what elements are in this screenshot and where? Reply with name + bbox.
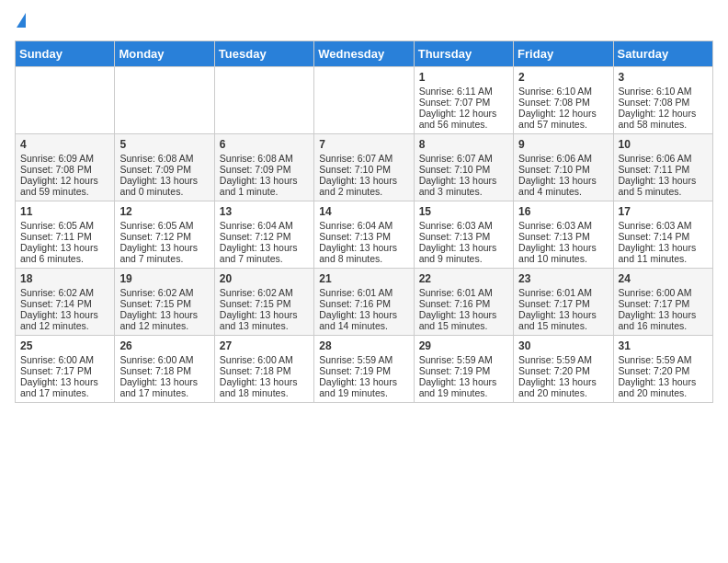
weekday-header-wednesday: Wednesday [314, 41, 414, 67]
calendar-cell: 27Sunrise: 6:00 AMSunset: 7:18 PMDayligh… [214, 336, 313, 403]
cell-info: and 7 minutes. [119, 253, 209, 264]
cell-info: Daylight: 12 hours [20, 175, 109, 186]
calendar-cell: 3Sunrise: 6:10 AMSunset: 7:08 PMDaylight… [613, 67, 712, 134]
calendar-cell: 16Sunrise: 6:03 AMSunset: 7:13 PMDayligh… [514, 201, 613, 269]
day-number: 24 [619, 272, 708, 285]
cell-info: Sunrise: 6:02 AM [119, 287, 209, 298]
day-number: 16 [518, 205, 608, 218]
cell-info: Sunset: 7:11 PM [20, 231, 109, 242]
cell-info: Sunrise: 6:05 AM [20, 220, 109, 231]
calendar-cell: 30Sunrise: 5:59 AMSunset: 7:20 PMDayligh… [514, 336, 613, 403]
cell-info: Sunrise: 6:00 AM [619, 287, 708, 298]
cell-info: Sunset: 7:13 PM [419, 231, 508, 242]
cell-info: Sunrise: 6:10 AM [518, 86, 608, 97]
cell-info: Sunset: 7:17 PM [20, 365, 109, 376]
cell-info: Daylight: 12 hours [619, 108, 708, 119]
cell-info: Sunrise: 6:01 AM [319, 287, 408, 298]
cell-info: Sunrise: 6:08 AM [220, 153, 309, 164]
calendar-cell: 6Sunrise: 6:08 AMSunset: 7:09 PMDaylight… [214, 134, 313, 201]
day-number: 20 [220, 272, 309, 285]
cell-info: Daylight: 13 hours [518, 309, 608, 320]
weekday-header-saturday: Saturday [613, 41, 712, 67]
cell-info: and 10 minutes. [518, 253, 608, 264]
cell-info: Sunrise: 6:01 AM [518, 287, 608, 298]
cell-info: Sunrise: 6:10 AM [619, 86, 708, 97]
cell-info: Daylight: 13 hours [20, 376, 109, 387]
cell-info: Sunset: 7:12 PM [220, 231, 309, 242]
day-number: 19 [119, 272, 209, 285]
cell-info: and 9 minutes. [419, 253, 508, 264]
cell-info: Sunset: 7:19 PM [319, 365, 408, 376]
day-number: 15 [419, 205, 508, 218]
calendar-cell: 9Sunrise: 6:06 AMSunset: 7:10 PMDaylight… [514, 134, 613, 201]
day-number: 31 [619, 339, 708, 352]
cell-info: and 11 minutes. [619, 253, 708, 264]
cell-info: Daylight: 13 hours [518, 175, 608, 186]
cell-info: and 13 minutes. [220, 320, 309, 331]
cell-info: Sunset: 7:09 PM [220, 164, 309, 175]
day-number: 7 [319, 138, 408, 151]
day-number: 1 [419, 71, 508, 84]
calendar-cell: 31Sunrise: 5:59 AMSunset: 7:20 PMDayligh… [613, 336, 712, 403]
cell-info: Sunset: 7:15 PM [119, 298, 209, 309]
day-number: 17 [619, 205, 708, 218]
cell-info: and 15 minutes. [419, 320, 508, 331]
calendar-cell: 29Sunrise: 5:59 AMSunset: 7:19 PMDayligh… [414, 336, 513, 403]
calendar-cell: 1Sunrise: 6:11 AMSunset: 7:07 PMDaylight… [414, 67, 513, 134]
cell-info: Daylight: 13 hours [220, 242, 309, 253]
cell-info: Sunrise: 6:07 AM [419, 153, 508, 164]
cell-info: Sunset: 7:16 PM [419, 298, 508, 309]
cell-info: Sunset: 7:13 PM [518, 231, 608, 242]
cell-info: Sunrise: 6:03 AM [619, 220, 708, 231]
cell-info: and 59 minutes. [20, 186, 109, 197]
cell-info: and 15 minutes. [518, 320, 608, 331]
cell-info: Sunset: 7:08 PM [518, 97, 608, 108]
cell-info: Daylight: 13 hours [119, 309, 209, 320]
cell-info: Daylight: 13 hours [419, 175, 508, 186]
cell-info: Sunset: 7:16 PM [319, 298, 408, 309]
cell-info: and 4 minutes. [518, 186, 608, 197]
cell-info: and 14 minutes. [319, 320, 408, 331]
calendar-cell: 10Sunrise: 6:06 AMSunset: 7:11 PMDayligh… [613, 134, 712, 201]
cell-info: and 18 minutes. [220, 387, 309, 398]
cell-info: Sunset: 7:12 PM [119, 231, 209, 242]
cell-info: and 7 minutes. [220, 253, 309, 264]
cell-info: and 58 minutes. [619, 119, 708, 130]
cell-info: Daylight: 13 hours [319, 376, 408, 387]
cell-info: and 12 minutes. [119, 320, 209, 331]
cell-info: Daylight: 13 hours [619, 175, 708, 186]
cell-info: and 56 minutes. [419, 119, 508, 130]
cell-info: Sunset: 7:14 PM [619, 231, 708, 242]
day-number: 12 [119, 205, 209, 218]
cell-info: Sunset: 7:17 PM [518, 298, 608, 309]
day-number: 8 [419, 138, 508, 151]
cell-info: Sunset: 7:18 PM [220, 365, 309, 376]
cell-info: Sunset: 7:09 PM [119, 164, 209, 175]
calendar-cell: 22Sunrise: 6:01 AMSunset: 7:16 PMDayligh… [414, 269, 513, 336]
cell-info: Sunrise: 6:06 AM [518, 153, 608, 164]
calendar-cell: 5Sunrise: 6:08 AMSunset: 7:09 PMDaylight… [115, 134, 214, 201]
calendar-cell: 23Sunrise: 6:01 AMSunset: 7:17 PMDayligh… [514, 269, 613, 336]
calendar-cell: 24Sunrise: 6:00 AMSunset: 7:17 PMDayligh… [613, 269, 712, 336]
calendar-cell: 7Sunrise: 6:07 AMSunset: 7:10 PMDaylight… [314, 134, 414, 201]
cell-info: Sunrise: 6:03 AM [419, 220, 508, 231]
cell-info: Daylight: 13 hours [619, 376, 708, 387]
cell-info: Sunrise: 6:02 AM [220, 287, 309, 298]
cell-info: and 16 minutes. [619, 320, 708, 331]
weekday-header-thursday: Thursday [414, 41, 513, 67]
calendar-cell [16, 67, 115, 134]
cell-info: Sunrise: 6:08 AM [119, 153, 209, 164]
cell-info: and 2 minutes. [319, 186, 408, 197]
day-number: 13 [220, 205, 309, 218]
cell-info: and 12 minutes. [20, 320, 109, 331]
cell-info: Daylight: 13 hours [220, 175, 309, 186]
cell-info: Sunrise: 6:09 AM [20, 153, 109, 164]
day-number: 14 [319, 205, 408, 218]
calendar-cell: 11Sunrise: 6:05 AMSunset: 7:11 PMDayligh… [16, 201, 115, 269]
weekday-header-monday: Monday [115, 41, 214, 67]
cell-info: Sunrise: 6:02 AM [20, 287, 109, 298]
cell-info: and 3 minutes. [419, 186, 508, 197]
cell-info: Sunrise: 6:04 AM [220, 220, 309, 231]
calendar-cell: 28Sunrise: 5:59 AMSunset: 7:19 PMDayligh… [314, 336, 414, 403]
cell-info: and 8 minutes. [319, 253, 408, 264]
